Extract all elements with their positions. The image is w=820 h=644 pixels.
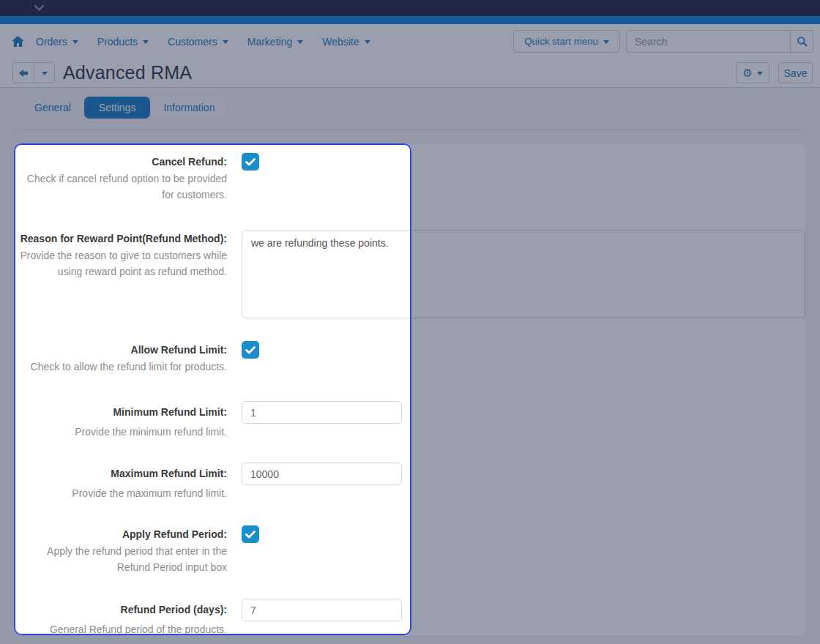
back-button[interactable] <box>12 62 34 83</box>
refund-period-input[interactable] <box>242 599 402 621</box>
field-help: Check to allow the refund limit for prod… <box>15 359 227 375</box>
chevron-down-icon[interactable] <box>34 4 45 12</box>
minimum-refund-limit-input[interactable] <box>242 401 402 424</box>
caret-down-icon <box>223 40 228 44</box>
field-label: Refund Period (days): <box>15 599 227 621</box>
caret-down-icon <box>297 40 303 44</box>
save-button[interactable]: Save <box>778 62 813 83</box>
field-label: Apply Refund Period: <box>15 525 227 543</box>
tab-information[interactable]: Information <box>152 97 226 118</box>
search-button[interactable] <box>790 30 813 53</box>
search-input[interactable] <box>626 30 790 53</box>
save-button-label: Save <box>784 67 808 79</box>
check-icon <box>245 158 256 166</box>
field-label: Cancel Refund: <box>15 153 227 171</box>
back-dropdown-button[interactable] <box>34 62 55 83</box>
form-row-reward-reason: Reason for Reward Point(Refund Method): … <box>15 230 805 321</box>
back-button-group <box>12 62 55 83</box>
caret-down-icon <box>143 40 149 44</box>
field-label: Minimum Refund Limit: <box>15 401 227 424</box>
nav-item-products[interactable]: Products <box>97 36 149 48</box>
field-help: Provide the reason to give to customers … <box>15 247 227 280</box>
cancel-refund-checkbox[interactable] <box>242 153 259 171</box>
main-navbar: Orders Products Customers Marketing Webs… <box>0 24 820 59</box>
form-row-allow-refund-limit: Allow Refund Limit: Check to allow the r… <box>15 341 805 375</box>
form-row-cancel-refund: Cancel Refund: Check if cancel refund op… <box>15 153 805 203</box>
nav-item-website[interactable]: Website <box>322 36 370 48</box>
nav-item-label: Website <box>322 36 359 48</box>
nav-item-label: Marketing <box>247 36 292 48</box>
caret-down-icon <box>603 40 609 44</box>
field-help: Provide the maximum refund limit. <box>15 485 227 501</box>
quick-start-menu-label: Quick start menu <box>524 36 598 47</box>
nav-item-label: Orders <box>36 36 67 48</box>
nav-item-marketing[interactable]: Marketing <box>247 36 303 48</box>
caret-down-icon <box>365 40 370 44</box>
form-row-minimum-refund-limit: Minimum Refund Limit: Provide the minimu… <box>15 401 805 440</box>
caret-down-icon <box>757 72 763 75</box>
gear-icon: ⚙ <box>742 67 752 80</box>
nav-item-label: Customers <box>168 36 217 48</box>
field-label: Maximum Refund Limit: <box>15 463 227 485</box>
allow-refund-limit-checkbox[interactable] <box>242 341 259 359</box>
nav-item-label: Products <box>97 36 138 48</box>
field-help: Check if cancel refund option to be prov… <box>15 171 227 203</box>
caret-down-icon <box>72 40 78 44</box>
arrow-left-icon <box>18 69 29 78</box>
check-icon <box>245 531 256 539</box>
tab-settings[interactable]: Settings <box>84 97 151 119</box>
settings-form-panel: Cancel Refund: Check if cancel refund op… <box>15 144 805 635</box>
tab-bar: General Settings Information <box>23 97 820 119</box>
home-icon[interactable] <box>12 36 24 47</box>
form-row-refund-period: Refund Period (days): General Refund per… <box>15 599 805 637</box>
page-header: Advanced RMA ⚙ Save <box>0 59 820 88</box>
field-help: General Refund period of the products. <box>15 621 227 637</box>
form-row-maximum-refund-limit: Maximum Refund Limit: Provide the maximu… <box>15 463 805 501</box>
top-system-bar <box>0 0 820 16</box>
field-label: Reason for Reward Point(Refund Method): <box>15 230 227 247</box>
header-accent-strip <box>0 16 820 24</box>
apply-refund-period-checkbox[interactable] <box>242 525 259 543</box>
caret-down-icon <box>42 72 48 75</box>
tab-divider <box>15 130 805 130</box>
main-content: General Settings Information Cancel Refu… <box>0 88 820 635</box>
nav-item-orders[interactable]: Orders <box>36 36 78 48</box>
settings-gear-button[interactable]: ⚙ <box>736 62 769 83</box>
maximum-refund-limit-input[interactable] <box>242 463 402 485</box>
nav-item-customers[interactable]: Customers <box>168 36 228 48</box>
form-row-apply-refund-period: Apply Refund Period: Apply the refund pe… <box>15 525 805 575</box>
quick-start-menu-button[interactable]: Quick start menu <box>513 30 620 53</box>
field-help: Provide the minimum refund limit. <box>15 424 227 440</box>
field-help: Apply the refund period that enter in th… <box>15 543 227 575</box>
field-label: Allow Refund Limit: <box>15 341 227 359</box>
tab-general[interactable]: General <box>23 97 83 118</box>
search-group <box>626 30 813 53</box>
page-title: Advanced RMA <box>63 62 192 83</box>
reward-point-reason-textarea[interactable]: we are refunding these points. <box>242 230 805 318</box>
magnifier-icon <box>797 36 808 47</box>
check-icon <box>245 346 256 354</box>
